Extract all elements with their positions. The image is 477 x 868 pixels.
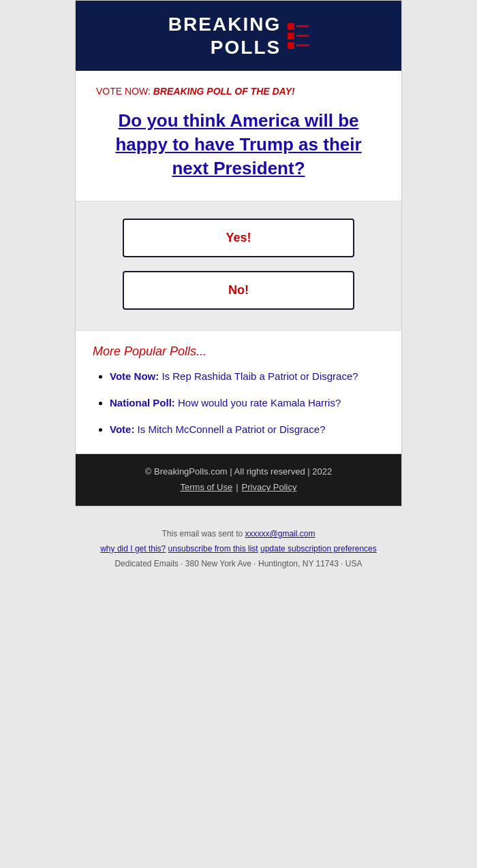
icon-line (296, 44, 309, 46)
list-item: Vote Now: Is Rep Rashida Tlaib a Patriot… (110, 369, 384, 383)
icon-row-3 (288, 42, 309, 49)
poll-section: VOTE NOW: BREAKING POLL OF THE DAY! Do y… (76, 71, 401, 202)
unsubscribe-link[interactable]: unsubscribe from this list (168, 544, 258, 553)
email-wrapper: BREAKING POLLS (0, 0, 477, 585)
poll-question: Do you think America will be happy to ha… (96, 109, 381, 180)
header: BREAKING POLLS (76, 1, 401, 71)
email-sent-to: This email was sent to xxxxxx@gmail.com (14, 527, 463, 542)
icon-row-1 (288, 23, 309, 30)
more-polls-title: More Popular Polls... (93, 344, 384, 359)
address-text: Dedicated Emails · 380 New York Ave · Hu… (14, 557, 463, 572)
brand-icon (288, 23, 309, 49)
no-button[interactable]: No! (123, 271, 354, 310)
list-item: Vote: Is Mitch McConnell a Patriot or Di… (110, 422, 384, 436)
poll-link-3[interactable]: Vote: Is Mitch McConnell a Patriot or Di… (110, 423, 326, 435)
update-preferences-link[interactable]: update subscription preferences (260, 544, 377, 553)
bottom-info: This email was sent to xxxxxx@gmail.com … (0, 507, 477, 585)
header-brand: BREAKING POLLS (89, 13, 388, 59)
terms-link[interactable]: Terms of Use (181, 482, 233, 492)
brand-name: BREAKING POLLS (168, 13, 281, 59)
icon-row-2 (288, 33, 309, 39)
list-item: National Poll: How would you rate Kamala… (110, 396, 384, 410)
poll-link-2[interactable]: National Poll: How would you rate Kamala… (110, 397, 341, 408)
email-container: BREAKING POLLS (75, 0, 402, 507)
buttons-section: Yes! No! (76, 202, 401, 331)
icon-square (288, 42, 294, 49)
privacy-link[interactable]: Privacy Policy (242, 482, 297, 492)
icon-square (288, 23, 294, 30)
footer-links: Terms of Use | Privacy Policy (89, 482, 388, 492)
icon-line (296, 35, 309, 37)
email-address-link[interactable]: xxxxxx@gmail.com (245, 529, 316, 539)
icon-line (296, 25, 309, 27)
footer-separator: | (236, 482, 238, 492)
more-polls-section: More Popular Polls... Vote Now: Is Rep R… (76, 331, 401, 454)
why-link[interactable]: why did I get this? (100, 544, 166, 553)
email-management-links: why did I get this? unsubscribe from thi… (14, 542, 463, 557)
vote-label: VOTE NOW: BREAKING POLL OF THE DAY! (96, 84, 381, 99)
yes-button[interactable]: Yes! (123, 219, 354, 257)
poll-link-1[interactable]: Vote Now: Is Rep Rashida Tlaib a Patriot… (110, 370, 358, 382)
polls-list: Vote Now: Is Rep Rashida Tlaib a Patriot… (93, 369, 384, 436)
icon-square (288, 33, 294, 39)
footer: © BreakingPolls.com | All rights reserve… (76, 454, 401, 506)
footer-copyright: © BreakingPolls.com | All rights reserve… (89, 466, 388, 477)
